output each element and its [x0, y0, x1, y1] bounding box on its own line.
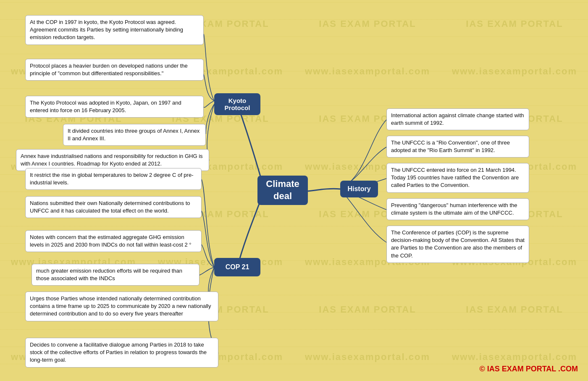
history-leaf-2: The UNFCCC is a "Rio Convention", one of… [386, 136, 529, 158]
kyoto-leaf-1: At the COP in 1997 in kyoto, the Kyoto P… [25, 15, 204, 45]
kyoto-leaf-4: It divided countries into three groups o… [63, 124, 206, 146]
cop21-branch: COP 21 [214, 258, 260, 276]
history-leaf-3: The UNFCCC entered into force on 21 Marc… [386, 163, 529, 193]
cop21-label: COP 21 [226, 263, 249, 271]
center-label: Climate deal [266, 178, 299, 202]
center-node: Climate deal [257, 176, 308, 205]
history-label: History [347, 185, 370, 193]
cop21-leaf-3: Notes with concern that the estimated ag… [25, 230, 202, 252]
kyoto-label: KyotoProtocol [225, 97, 250, 111]
cop21-leaf-1: It restrict the rise in global temperatu… [25, 168, 202, 190]
kyoto-branch: KyotoProtocol [214, 93, 260, 115]
history-leaf-4: Preventing "dangerous" human interferenc… [386, 198, 529, 220]
cop21-leaf-5: Urges those Parties whose intended natio… [25, 292, 218, 321]
kyoto-leaf-2: Protocol places a heavier burden on deve… [25, 59, 204, 81]
cop21-leaf-6: Decides to convene a facilitative dialog… [25, 338, 218, 368]
history-leaf-5: The Conference of parties (COP) is the s… [386, 226, 529, 263]
cop21-leaf-4: much greater emission reduction efforts … [32, 264, 200, 286]
copyright-text: © IAS EXAM PORTAL .COM [479, 365, 578, 373]
kyoto-leaf-3: The Kyoto Protocol was adopted in Kyoto,… [25, 96, 204, 118]
history-branch: History [340, 181, 378, 197]
history-leaf-1: International action against climate cha… [386, 108, 529, 130]
cop21-leaf-2: Nations submitted their own Nationally d… [25, 196, 202, 218]
